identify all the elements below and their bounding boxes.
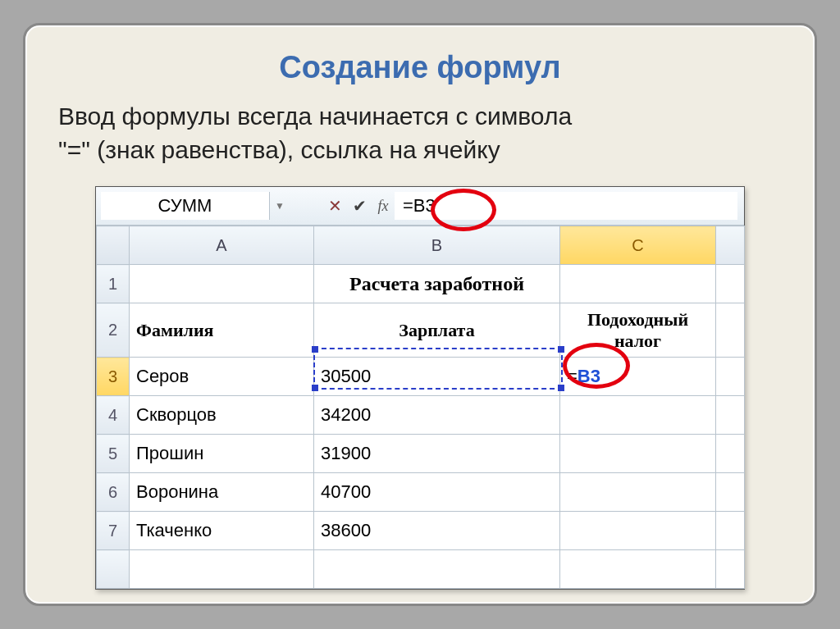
formula-cancel-button[interactable]: ✕ [322, 187, 347, 225]
cell-D6[interactable] [716, 473, 745, 512]
slide-card: Создание формул Ввод формулы всегда начи… [23, 23, 817, 606]
cell-C7[interactable] [560, 512, 716, 550]
cell-B7[interactable]: 38600 [314, 512, 560, 550]
cell-A3-text: Серов [130, 362, 313, 390]
row-header-2[interactable]: 2 [97, 303, 130, 358]
formula-bar: СУММ ▼ ✕ ✔ fx =B3 [96, 187, 744, 226]
row-header-5[interactable]: 5 [97, 435, 130, 473]
formula-input[interactable]: =B3 [395, 192, 737, 220]
cell-A6[interactable]: Воронина [130, 473, 314, 512]
cell-D8[interactable] [716, 550, 745, 589]
cell-A5[interactable]: Прошин [130, 435, 314, 473]
row-header-4[interactable]: 4 [97, 396, 130, 435]
cell-C6[interactable] [560, 473, 716, 512]
cell-B3[interactable]: 30500 [314, 358, 560, 396]
cell-C3-text: =B3 [560, 362, 715, 390]
cell-B3-text: 30500 [314, 362, 559, 390]
cell-D4[interactable] [716, 396, 745, 435]
col-header-next[interactable] [716, 226, 745, 265]
cell-C5[interactable] [560, 435, 716, 473]
cell-A7[interactable]: Ткаченко [130, 512, 314, 550]
cell-B5[interactable]: 31900 [314, 435, 560, 473]
cell-C3-eq: = [567, 366, 578, 386]
cell-B6-text: 40700 [314, 478, 559, 506]
cell-B6[interactable]: 40700 [314, 473, 560, 512]
cell-B8[interactable] [314, 550, 560, 589]
cell-C2-line2: налог [614, 330, 661, 351]
col-header-A[interactable]: A [130, 226, 314, 265]
cell-C2-line1: Подоходный [587, 309, 688, 330]
row-header-7[interactable]: 7 [97, 512, 130, 550]
cell-A4-text: Скворцов [130, 401, 313, 429]
cell-B2[interactable]: Зарплата [314, 303, 560, 358]
name-box-dropdown-icon[interactable]: ▼ [270, 187, 290, 225]
excel-screenshot: СУММ ▼ ✕ ✔ fx =B3 A B [95, 186, 745, 590]
cell-B7-text: 38600 [314, 517, 559, 545]
cell-C8[interactable] [560, 550, 716, 589]
cell-D1[interactable] [716, 265, 745, 303]
formula-input-value: =B3 [403, 195, 436, 217]
slide-text: Ввод формулы всегда начинается с символа… [58, 100, 782, 166]
slide-title: Создание формул [58, 50, 782, 85]
cell-A6-text: Воронина [130, 478, 313, 506]
row-header-8[interactable] [97, 550, 130, 589]
slide-text-line2: "=" (знак равенства), ссылка на ячейку [58, 136, 500, 163]
cell-B1-text: Расчета заработной [314, 270, 559, 299]
cell-D3[interactable] [716, 358, 745, 396]
formula-accept-button[interactable]: ✔ [347, 187, 372, 225]
cell-C3-ref: B3 [578, 366, 600, 386]
select-all-corner[interactable] [97, 226, 130, 265]
cell-B1[interactable]: Расчета заработной [314, 265, 560, 303]
cell-C2-text: Подоходный налог [560, 309, 715, 351]
name-box[interactable]: СУММ [101, 192, 270, 220]
cell-A2[interactable]: Фамилия [130, 303, 314, 358]
cell-C3[interactable]: =B3 [560, 358, 716, 396]
cell-B4-text: 34200 [314, 401, 559, 429]
row-header-3[interactable]: 3 [97, 358, 130, 396]
cell-A5-text: Прошин [130, 440, 313, 467]
cell-A1[interactable] [130, 265, 314, 303]
cell-B4[interactable]: 34200 [314, 396, 560, 435]
fx-icon[interactable]: fx [372, 187, 395, 225]
cell-A4[interactable]: Скворцов [130, 396, 314, 435]
spreadsheet-grid[interactable]: A B C 1 Расчета заработной 2 Фам [96, 226, 745, 589]
cell-B5-text: 31900 [314, 440, 559, 467]
cell-A7-text: Ткаченко [130, 517, 313, 545]
cell-C2[interactable]: Подоходный налог [560, 303, 716, 358]
cell-A2-text: Фамилия [130, 317, 313, 344]
cell-C4[interactable] [560, 396, 716, 435]
cell-D5[interactable] [716, 435, 745, 473]
row-header-6[interactable]: 6 [97, 473, 130, 512]
cell-D2[interactable] [716, 303, 745, 358]
col-header-C[interactable]: C [560, 226, 716, 265]
cell-B2-text: Зарплата [314, 317, 559, 344]
row-header-1[interactable]: 1 [97, 265, 130, 303]
cell-D7[interactable] [716, 512, 745, 550]
cell-A3[interactable]: Серов [130, 358, 314, 396]
col-header-B[interactable]: B [314, 226, 560, 265]
cell-C1[interactable] [560, 265, 716, 303]
slide-text-line1: Ввод формулы всегда начинается с символа [58, 103, 572, 130]
cell-A8[interactable] [130, 550, 314, 589]
